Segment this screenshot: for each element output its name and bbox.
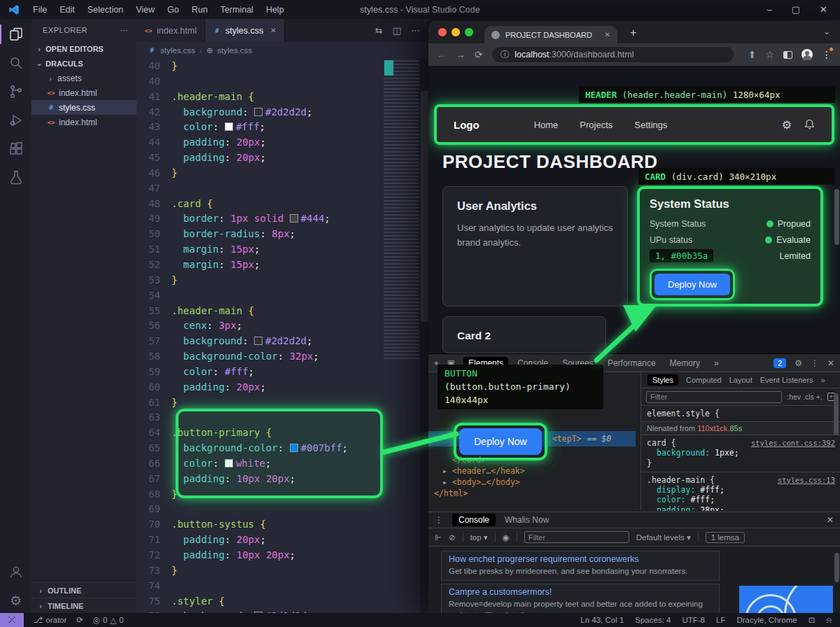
drawer-close-icon[interactable]: ✕ xyxy=(827,515,834,525)
source-control-icon[interactable] xyxy=(8,83,24,100)
context-selector[interactable]: top ▾ xyxy=(470,533,488,542)
nav-settings[interactable]: Settings xyxy=(634,120,667,130)
bookmark-star-icon[interactable]: ☆ xyxy=(765,49,774,60)
console-sidebar-icon[interactable]: ⊩ xyxy=(435,533,442,542)
devtools-tab-memory[interactable]: Memory xyxy=(665,357,705,369)
tab-styles-css[interactable]: #styles.css✕ xyxy=(205,19,285,42)
screencast-icon[interactable]: ⊡ xyxy=(808,615,816,625)
menu-view[interactable]: View xyxy=(130,5,161,15)
split-editor-icon[interactable]: ◫ xyxy=(393,25,401,36)
devtools-menu-icon[interactable]: ⋮ xyxy=(811,358,819,368)
styles-tab-computed[interactable]: Computed xyxy=(686,376,722,384)
console-message[interactable]: How enchet progrerser requirement corone… xyxy=(441,551,720,581)
clear-console-icon[interactable]: ⊘ xyxy=(449,533,456,542)
video-thumbnail[interactable]: Pr xyxy=(739,586,833,614)
dom-row[interactable]: ▸ <header…</heak> xyxy=(442,466,525,476)
notifications-bell-icon[interactable]: ⍾ xyxy=(826,616,832,625)
menu-help[interactable]: Help xyxy=(260,5,290,15)
devtools-tab-»[interactable]: » xyxy=(709,357,724,369)
menu-go[interactable]: Go xyxy=(161,5,186,15)
page-scrollbar[interactable] xyxy=(834,189,839,245)
rule-property[interactable]: padding: 28px; xyxy=(647,505,834,512)
file-assets[interactable]: ›assets xyxy=(31,71,136,85)
site-logo[interactable]: Logo xyxy=(454,119,479,131)
traffic-minimize-icon[interactable] xyxy=(451,28,460,36)
profile-avatar[interactable] xyxy=(802,49,813,60)
message-title[interactable]: Campre a customsermors! xyxy=(449,587,712,597)
extensions-icon[interactable] xyxy=(8,141,24,157)
traffic-zoom-icon[interactable] xyxy=(465,28,473,36)
styles-tab-event-listeners[interactable]: Event Listeners xyxy=(760,376,813,384)
editor-more-icon[interactable]: ⋯ xyxy=(411,25,420,36)
dom-row[interactable]: </html> xyxy=(434,488,468,498)
maximize-icon[interactable]: ▢ xyxy=(792,4,800,15)
devtools-gear-icon[interactable]: ⚙ xyxy=(794,358,802,368)
tab-whats-new[interactable]: Whalis Now xyxy=(505,515,549,525)
back-icon[interactable]: ← xyxy=(437,49,447,60)
gear-icon[interactable]: ⚙ xyxy=(782,118,792,132)
menu-edit[interactable]: Edit xyxy=(53,5,81,15)
dom-row[interactable]: ▸ <body>…</body> xyxy=(442,477,520,487)
console-scrollbar[interactable] xyxy=(834,553,839,582)
status-ln-43-col-1[interactable]: Ln 43, Col 1 xyxy=(580,616,624,624)
minimize-icon[interactable]: – xyxy=(767,4,772,15)
explorer-icon[interactable] xyxy=(8,26,24,43)
issues-badge[interactable]: 2 xyxy=(774,358,786,368)
search-icon[interactable] xyxy=(8,55,24,71)
issues-count-badge[interactable]: 1 lemsa xyxy=(706,532,745,543)
code-area[interactable]: 40}4041.header-main {42 background: #2d2… xyxy=(136,59,428,613)
run-debug-icon[interactable] xyxy=(8,112,24,129)
element-style-rule[interactable]: element.style { xyxy=(641,406,840,422)
remote-indicator[interactable]: ⤫ xyxy=(0,613,24,627)
status-dracyle-chrome[interactable]: Dracyle, Chrome xyxy=(736,616,797,624)
file-index.html[interactable]: <>index.html xyxy=(31,85,136,100)
root-folder-section[interactable]: ⌄DRACULS xyxy=(31,56,136,71)
menu-selection[interactable]: Selection xyxy=(81,5,130,15)
nav-home[interactable]: Home xyxy=(534,120,559,130)
devtools-tab-performance[interactable]: Performance xyxy=(603,357,661,369)
drawer-menu-icon[interactable]: ⋮ xyxy=(435,515,443,525)
sync-icon[interactable]: ⟳ xyxy=(76,615,83,625)
new-tab-icon[interactable]: + xyxy=(630,27,636,39)
minimap[interactable] xyxy=(384,60,419,361)
file-styles.css[interactable]: #styles.css xyxy=(31,100,136,115)
forward-icon[interactable]: → xyxy=(456,49,465,60)
status-utf-8[interactable]: UTF-8 xyxy=(682,616,705,624)
open-editors-section[interactable]: ›OPEN EDITORS xyxy=(31,41,136,56)
reload-icon[interactable]: ⟳ xyxy=(475,49,483,60)
outline-section[interactable]: ›OUTLINE xyxy=(31,582,136,598)
menu-file[interactable]: File xyxy=(27,5,53,15)
account-icon[interactable] xyxy=(8,563,24,580)
deploy-now-button[interactable]: Deploy Now xyxy=(459,428,542,455)
styles-filter-input[interactable] xyxy=(646,391,782,403)
deploy-now-button[interactable]: Deploy Now xyxy=(654,274,730,295)
console-filter-input[interactable] xyxy=(524,531,629,543)
tab-search-chevron-icon[interactable]: ⌄ xyxy=(823,27,830,36)
styles-toolbar-text[interactable]: :hev .cls +, xyxy=(787,393,822,401)
nav-projects[interactable]: Projects xyxy=(580,120,612,130)
close-icon[interactable]: ✕ xyxy=(820,4,827,15)
close-tab-icon[interactable]: ✕ xyxy=(605,31,610,38)
timeline-section[interactable]: ›TIMELINE xyxy=(31,598,136,613)
rule-property[interactable]: color: #fff; xyxy=(647,495,834,505)
traffic-close-icon[interactable] xyxy=(438,28,447,36)
browser-menu-icon[interactable]: ⋮ xyxy=(822,49,832,60)
bell-icon[interactable] xyxy=(804,119,815,130)
browser-tab[interactable]: PROJECT DASHBOARD ✕ xyxy=(484,26,617,43)
styles-tab-»[interactable]: » xyxy=(821,376,825,384)
status-spaces-4[interactable]: Spaces: 4 xyxy=(635,616,671,624)
devtools-close-icon[interactable]: ✕ xyxy=(827,358,834,368)
side-panel-icon[interactable] xyxy=(783,51,792,59)
testing-icon[interactable] xyxy=(8,169,24,186)
tab-console[interactable]: Console xyxy=(452,514,496,526)
share-icon[interactable]: ⬆ xyxy=(748,49,757,60)
rule-source-link[interactable]: styles.cont.css:392 xyxy=(751,439,835,447)
menu-run[interactable]: Run xyxy=(186,5,214,15)
styles-tab-layout[interactable]: Layout xyxy=(729,376,752,384)
eye-icon[interactable]: ◉ xyxy=(503,533,510,542)
styles-tab-styles[interactable]: Styles xyxy=(648,374,678,386)
address-bar[interactable]: ⓘ localhost :3000/dashboard.html xyxy=(492,47,734,62)
settings-gear-icon[interactable]: ⚙ xyxy=(8,592,24,609)
explorer-more-icon[interactable]: ⋯ xyxy=(120,26,129,35)
site-info-icon[interactable]: ⓘ xyxy=(500,49,510,61)
